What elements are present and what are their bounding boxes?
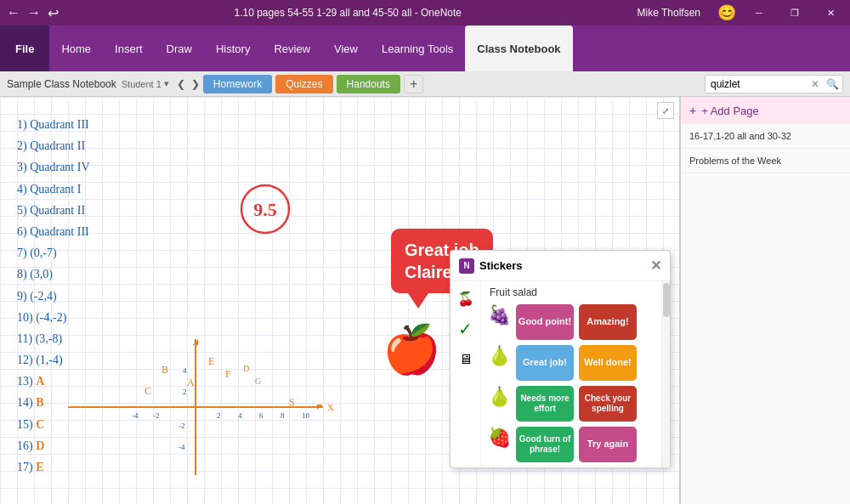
notebook-name: Sample Class Notebook <box>7 78 116 90</box>
stickers-header: N Stickers ✕ <box>450 251 670 281</box>
title-bar: ← → ↩ 1.10 pages 54-55 1-29 all and 45-5… <box>0 0 850 25</box>
svg-text:9.5: 9.5 <box>253 199 277 220</box>
svg-text:10: 10 <box>302 411 310 420</box>
tab-class-notebook[interactable]: Class Notebook <box>465 25 572 71</box>
app-title: 1.10 pages 54-55 1-29 all and 45-50 all … <box>235 7 462 19</box>
sticker-fruit-2[interactable]: 🍐 <box>488 345 511 381</box>
user-name: Mike Tholfsen <box>638 7 700 19</box>
sticker-row-3: 🍐 Needs more effort Check your spelling <box>481 383 661 424</box>
notebook-dropdown-icon[interactable]: ▾ <box>164 78 169 89</box>
tab-learning-tools[interactable]: Learning Tools <box>370 25 465 71</box>
sticker-amazing[interactable]: Amazing! <box>579 304 637 340</box>
main-area: ⤢ 1) Quadrant III 2) Quadrant II 3) Quad… <box>0 97 850 504</box>
tab-home[interactable]: Home <box>49 25 103 71</box>
add-page-button[interactable]: + + Add Page <box>681 97 850 124</box>
svg-text:-2: -2 <box>153 411 160 420</box>
nav-back-icon[interactable]: ❮ <box>177 78 185 90</box>
svg-text:C: C <box>144 385 151 397</box>
sticker-fruit-4[interactable]: 🍓 <box>488 427 511 462</box>
notebook-content: ⤢ 1) Quadrant III 2) Quadrant II 3) Quad… <box>0 97 680 504</box>
forward-button[interactable]: → <box>27 5 41 20</box>
apple-mascot: 🍎 <box>382 322 441 377</box>
svg-text:S: S <box>289 396 295 408</box>
svg-text:E: E <box>208 355 214 367</box>
svg-text:B: B <box>162 364 168 376</box>
sticker-row-4: 🍓 Good turn of phrase! Try again <box>481 424 661 467</box>
svg-text:8: 8 <box>280 411 285 420</box>
svg-text:2: 2 <box>217 411 221 420</box>
stickers-close-button[interactable]: ✕ <box>650 258 661 274</box>
tab-quizzes[interactable]: Quizzes <box>275 75 332 93</box>
minimize-button[interactable]: ─ <box>746 0 772 25</box>
pages-sidebar: + + Add Page 16-17,1-20 all and 30-32 Pr… <box>680 97 850 504</box>
svg-text:A: A <box>187 377 195 388</box>
add-page-label: + Add Page <box>701 105 759 117</box>
coordinate-plane: X -4 -2 2 4 6 8 10 E F A B C S 4 2 <box>51 331 340 487</box>
sticker-well-done[interactable]: Well done! <box>579 345 637 381</box>
sticker-good-point[interactable]: Good point! <box>516 304 574 340</box>
window-controls: Mike Tholfsen 😊 ─ ❐ ✕ <box>638 0 843 25</box>
add-tab-button[interactable]: + <box>404 75 423 93</box>
svg-text:-4: -4 <box>178 443 185 451</box>
sticker-check-spelling[interactable]: Check your spelling <box>579 386 637 422</box>
add-page-icon: + <box>689 104 696 117</box>
stickers-scrollbar[interactable] <box>661 281 670 467</box>
close-button[interactable]: ✕ <box>818 0 843 25</box>
tab-view[interactable]: View <box>322 25 370 71</box>
page-title-2: Problems of the Week <box>689 156 781 166</box>
stickers-title: Stickers <box>479 259 523 272</box>
sticker-fruit-1[interactable]: 🍇 <box>488 304 511 340</box>
sticker-row-1: 🍇 Good point! Amazing! <box>481 302 661 343</box>
sticker-try-again[interactable]: Try again <box>579 427 637 462</box>
sticker-icon-check[interactable]: ✓ <box>454 317 478 341</box>
search-icon[interactable]: 🔍 <box>823 78 842 90</box>
student-label: Student 1 <box>122 79 162 89</box>
stickers-body: 🍒 ✓ 🖥 Fruit salad 🍇 Good point! Amazing! <box>450 281 670 467</box>
search-clear-button[interactable]: ✕ <box>808 78 823 90</box>
back-button[interactable]: ← <box>7 5 20 20</box>
tab-history[interactable]: History <box>204 25 262 71</box>
svg-text:X: X <box>327 402 334 412</box>
scrollbar-thumb[interactable] <box>663 283 670 317</box>
tab-handouts[interactable]: Handouts <box>337 75 400 93</box>
expand-button[interactable]: ⤢ <box>657 102 674 119</box>
tab-insert[interactable]: Insert <box>103 25 155 71</box>
tab-draw[interactable]: Draw <box>155 25 204 71</box>
svg-text:6: 6 <box>259 411 264 420</box>
restore-button[interactable]: ❐ <box>782 0 808 25</box>
sticker-fruit-3[interactable]: 🍐 <box>488 386 511 422</box>
svg-text:-2: -2 <box>178 422 185 430</box>
notebook-label: Sample Class Notebook Student 1 ▾ ❮ ❯ <box>7 78 200 90</box>
stickers-category: Fruit salad <box>481 281 661 302</box>
svg-text:G: G <box>255 377 261 386</box>
svg-text:2: 2 <box>183 388 187 396</box>
stickers-main-area: Fruit salad 🍇 Good point! Amazing! 🍐 <box>481 281 661 467</box>
score-circle: 9.5 <box>238 182 293 237</box>
ribbon: File Home Insert Draw History Review Vie… <box>0 25 850 71</box>
svg-text:4: 4 <box>238 411 242 420</box>
tab-homework[interactable]: Homework <box>203 75 272 93</box>
svg-text:D: D <box>243 364 249 373</box>
onenote-icon: N <box>459 258 474 274</box>
page-item-2[interactable]: Problems of the Week <box>681 149 850 173</box>
search-box: ✕ 🔍 <box>705 75 843 93</box>
page-title-1: 16-17,1-20 all and 30-32 <box>689 131 791 141</box>
sticker-great-job[interactable]: Great job! <box>516 345 574 381</box>
page-item-1[interactable]: 16-17,1-20 all and 30-32 <box>681 124 850 149</box>
search-input[interactable] <box>706 76 808 93</box>
notebook-bar: Sample Class Notebook Student 1 ▾ ❮ ❯ Ho… <box>0 71 850 97</box>
nav-forward-icon[interactable]: ❯ <box>191 78 200 90</box>
svg-text:F: F <box>225 368 231 380</box>
titlebar-left: ← → ↩ <box>7 5 59 21</box>
tab-review[interactable]: Review <box>262 25 322 71</box>
sticker-needs-effort[interactable]: Needs more effort <box>516 386 574 422</box>
undo-button[interactable]: ↩ <box>48 5 59 21</box>
sticker-good-turn[interactable]: Good turn of phrase! <box>516 427 574 462</box>
stickers-panel: N Stickers ✕ 🍒 ✓ 🖥 Fruit salad <box>450 250 671 468</box>
svg-text:4: 4 <box>183 366 187 375</box>
svg-text:-4: -4 <box>132 411 139 420</box>
sticker-icon-screen[interactable]: 🖥 <box>454 348 478 371</box>
side-icons: 🍒 ✓ 🖥 <box>450 281 481 467</box>
tab-file[interactable]: File <box>0 25 49 71</box>
sticker-icon-cherry[interactable]: 🍒 <box>454 286 478 310</box>
